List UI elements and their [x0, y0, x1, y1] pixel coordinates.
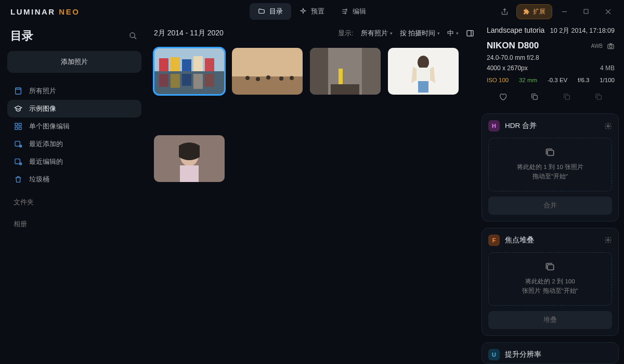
section-albums[interactable]: 相册	[7, 210, 141, 232]
nav-trash[interactable]: 垃圾桶	[7, 171, 141, 188]
photo-thumbnail[interactable]	[310, 48, 381, 95]
svg-rect-2	[584, 9, 588, 14]
panel-hdr: HHDR 合并 将此处的 1 到 10 张照片拖动至"开始" 合并	[482, 113, 619, 222]
tab-label: 编辑	[353, 7, 366, 16]
info-focal: 32 mm	[519, 77, 537, 83]
svg-rect-7	[15, 127, 18, 129]
stack-button[interactable]: 堆叠	[488, 311, 612, 329]
section-folders[interactable]: 文件夹	[7, 188, 141, 210]
nav-label: 垃圾桶	[29, 175, 49, 184]
grid-icon	[14, 122, 23, 131]
photo-thumbnail[interactable]	[388, 48, 459, 95]
tab-edit[interactable]: 编辑	[333, 3, 374, 20]
nav-samples[interactable]: 示例图像	[7, 100, 141, 118]
window-close[interactable]	[598, 4, 618, 19]
svg-rect-35	[362, 48, 381, 95]
app-logo: LUMINAR NEO	[10, 7, 80, 16]
info-panel: Landscape tutoria10 2月 2014, 17:18:09 NI…	[482, 23, 620, 107]
svg-rect-16	[159, 58, 168, 71]
gear-icon[interactable]	[604, 236, 612, 244]
drop-zone[interactable]: 将此处的 2 到 100张照片 拖动至"开始"	[488, 252, 612, 306]
window-minimize[interactable]	[554, 4, 574, 19]
favorite-icon[interactable]	[496, 92, 510, 102]
image-plus-icon	[14, 139, 23, 149]
svg-point-50	[607, 125, 609, 127]
nav-single-edit[interactable]: 单个图像编辑	[7, 118, 141, 135]
svg-point-32	[290, 76, 294, 80]
nav-recent-edited[interactable]: 最近编辑的	[7, 153, 141, 171]
svg-rect-8	[19, 127, 21, 129]
camera-icon	[607, 42, 615, 50]
date-range[interactable]: 2月 2014 - 11月 2020	[154, 29, 224, 38]
upscale-badge-icon: U	[488, 349, 500, 360]
tab-label: 目录	[269, 7, 283, 16]
chevron-down-icon: ▾	[456, 31, 459, 36]
svg-rect-41	[418, 81, 428, 93]
sort-by[interactable]: 按 拍摄时间 ▾	[400, 29, 440, 38]
svg-point-31	[279, 76, 283, 81]
svg-rect-6	[19, 123, 21, 126]
svg-point-29	[256, 77, 260, 81]
copy-icon[interactable]	[527, 92, 542, 102]
nav-label: 最近编辑的	[29, 157, 63, 166]
window-maximize[interactable]	[576, 4, 596, 19]
merge-button[interactable]: 合并	[488, 197, 612, 215]
chevron-down-icon: ▾	[390, 31, 393, 36]
photo-thumbnail[interactable]	[154, 135, 225, 182]
panel-title: 提升分辨率	[505, 350, 541, 359]
info-datetime: 10 2月 2014, 17:18:09	[550, 27, 615, 35]
panel-focus: F焦点堆叠 将此处的 2 到 100张照片 拖动至"开始" 堆叠	[482, 228, 619, 336]
svg-rect-25	[205, 74, 214, 87]
svg-rect-11	[15, 159, 20, 164]
share-icon[interactable]	[495, 4, 514, 19]
view-toggle-icon[interactable]	[466, 29, 474, 37]
svg-rect-51	[548, 150, 554, 155]
svg-rect-34	[310, 48, 328, 95]
filter-show[interactable]: 所有照片 ▾	[361, 29, 393, 38]
thumb-size[interactable]: 中 ▾	[447, 29, 459, 38]
nav-recent-added[interactable]: 最近添加的	[7, 135, 141, 153]
panel-title: 焦点堆叠	[505, 236, 534, 245]
ext-label: 扩展	[533, 7, 545, 16]
svg-rect-49	[597, 95, 602, 99]
info-camera: NIKON D800	[487, 41, 539, 51]
svg-rect-24	[193, 74, 203, 89]
svg-point-30	[266, 75, 270, 80]
svg-rect-20	[205, 58, 214, 71]
svg-rect-18	[182, 59, 191, 71]
photo-thumbnail[interactable]	[154, 48, 225, 95]
hdr-badge-icon: H	[488, 120, 500, 132]
info-dimensions: 4000 x 2670px	[487, 64, 528, 72]
info-shutter: 1/100	[600, 77, 615, 83]
panel-upscale: U提升分辨率	[482, 342, 619, 364]
next-version-icon[interactable]	[591, 92, 606, 102]
tab-catalog[interactable]: 目录	[250, 3, 291, 20]
tab-label: 预置	[311, 7, 324, 16]
puzzle-icon	[523, 8, 530, 15]
drop-zone[interactable]: 将此处的 1 到 10 张照片拖动至"开始"	[488, 138, 612, 191]
panel-title: HDR 合并	[505, 121, 537, 131]
chevron-down-icon: ▾	[437, 31, 440, 36]
svg-rect-4	[16, 88, 21, 94]
graduation-icon	[14, 104, 23, 113]
nav-all-photos[interactable]: 所有照片	[7, 82, 141, 100]
svg-rect-5	[15, 123, 18, 126]
gear-icon[interactable]	[604, 122, 612, 130]
sparkle-icon	[300, 8, 307, 15]
tab-presets[interactable]: 预置	[291, 3, 333, 20]
search-icon[interactable]	[127, 30, 139, 42]
svg-rect-26	[232, 48, 303, 76]
photo-thumbnail[interactable]	[232, 48, 303, 95]
add-photos-button[interactable]: 添加照片	[7, 51, 141, 73]
info-iso: ISO 100	[487, 77, 509, 83]
focus-badge-icon: F	[488, 235, 500, 246]
extensions-button[interactable]: 扩展	[516, 4, 552, 19]
nav-label: 最近添加的	[29, 139, 63, 149]
svg-rect-23	[182, 74, 191, 86]
svg-rect-22	[171, 74, 180, 88]
prev-version-icon[interactable]	[560, 92, 574, 102]
svg-point-3	[130, 33, 135, 37]
info-aperture: f/6.3	[578, 77, 589, 83]
svg-rect-40	[417, 68, 430, 82]
svg-rect-36	[331, 84, 359, 95]
